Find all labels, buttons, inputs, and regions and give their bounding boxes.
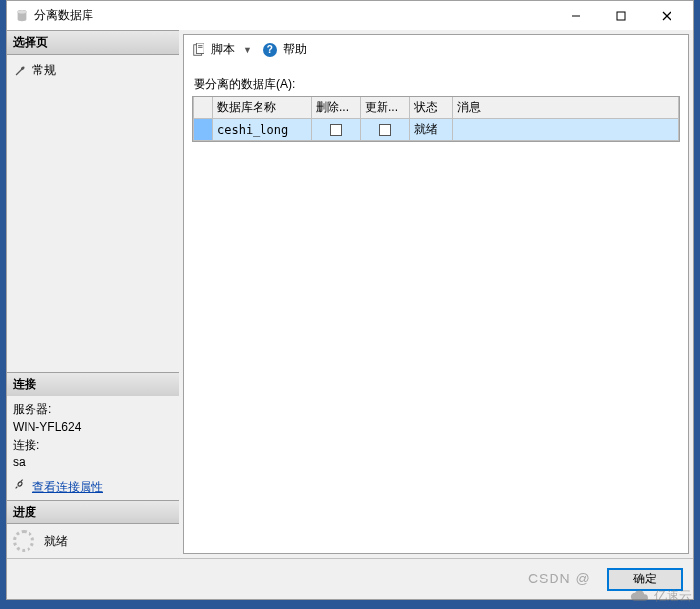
- grid-header-row: 数据库名称 删除... 更新... 状态 消息: [194, 97, 679, 119]
- window-title: 分离数据库: [34, 7, 554, 24]
- cell-db-name[interactable]: ceshi_long: [213, 119, 312, 141]
- col-update-header[interactable]: 更新...: [361, 97, 410, 119]
- svg-rect-3: [617, 12, 625, 20]
- server-value: WIN-YFL624: [13, 418, 173, 436]
- connection-info: 服务器: WIN-YFL624 连接: sa 查看连接属性: [7, 396, 179, 500]
- progress-status: 就绪: [7, 524, 179, 558]
- col-name-header[interactable]: 数据库名称: [213, 97, 312, 119]
- ok-button[interactable]: 确定: [607, 568, 683, 591]
- progress-status-text: 就绪: [44, 533, 68, 550]
- window-controls: [554, 2, 689, 30]
- view-connection-properties-link[interactable]: 查看连接属性: [32, 478, 103, 496]
- col-message-header[interactable]: 消息: [453, 97, 679, 119]
- svg-rect-7: [196, 43, 204, 54]
- left-panel: 选择页 常规 连接 服务器: WIN-YFL624 连接: sa: [7, 30, 179, 558]
- right-panel: 脚本 ▼ ? 帮助 要分离的数据库(A): 数据库名称 删除...: [183, 34, 689, 554]
- progress-header: 进度: [7, 500, 179, 524]
- select-page-header: 选择页: [7, 30, 179, 55]
- page-general-label: 常规: [32, 62, 56, 79]
- database-icon: [15, 9, 29, 23]
- cell-state: 就绪: [410, 119, 453, 141]
- minimize-button[interactable]: [554, 2, 599, 30]
- col-state-header[interactable]: 状态: [410, 97, 453, 119]
- maximize-button[interactable]: [599, 2, 644, 30]
- connection-header: 连接: [7, 372, 179, 396]
- window-frame: 分离数据库 选择页 常规 连接 服务器: WIN-YFL624: [6, 0, 694, 600]
- title-bar[interactable]: 分离数据库: [7, 1, 693, 30]
- spinner-icon: [13, 530, 34, 552]
- table-row[interactable]: ceshi_long 就绪: [194, 119, 679, 141]
- server-label: 服务器:: [13, 400, 173, 418]
- cell-delete[interactable]: [312, 119, 361, 141]
- page-general[interactable]: 常规: [13, 59, 173, 82]
- close-button[interactable]: [644, 2, 689, 30]
- connection-label: 连接:: [13, 436, 173, 454]
- help-icon: ?: [263, 43, 277, 57]
- wrench-icon: [13, 64, 27, 78]
- checkbox-delete[interactable]: [330, 124, 342, 136]
- content-area: 选择页 常规 连接 服务器: WIN-YFL624 连接: sa: [7, 30, 693, 558]
- toolbar: 脚本 ▼ ? 帮助: [192, 41, 680, 66]
- cell-message: [453, 119, 679, 141]
- databases-grid[interactable]: 数据库名称 删除... 更新... 状态 消息 ceshi_long: [192, 96, 680, 142]
- footer-bar: 确定 CSDN @: [7, 558, 693, 599]
- row-selector[interactable]: [194, 119, 213, 141]
- svg-point-1: [18, 9, 27, 13]
- detach-table-label: 要分离的数据库(A):: [194, 76, 680, 92]
- watermark-csdn: CSDN @: [528, 571, 591, 586]
- connection-icon: [13, 477, 27, 496]
- help-button[interactable]: 帮助: [283, 41, 307, 58]
- connection-value: sa: [13, 454, 173, 471]
- col-delete-header[interactable]: 删除...: [312, 97, 361, 119]
- cell-update[interactable]: [361, 119, 410, 141]
- script-icon: [192, 43, 205, 57]
- script-button[interactable]: 脚本: [211, 41, 235, 58]
- chevron-down-icon[interactable]: ▼: [243, 45, 252, 55]
- checkbox-update[interactable]: [379, 124, 391, 136]
